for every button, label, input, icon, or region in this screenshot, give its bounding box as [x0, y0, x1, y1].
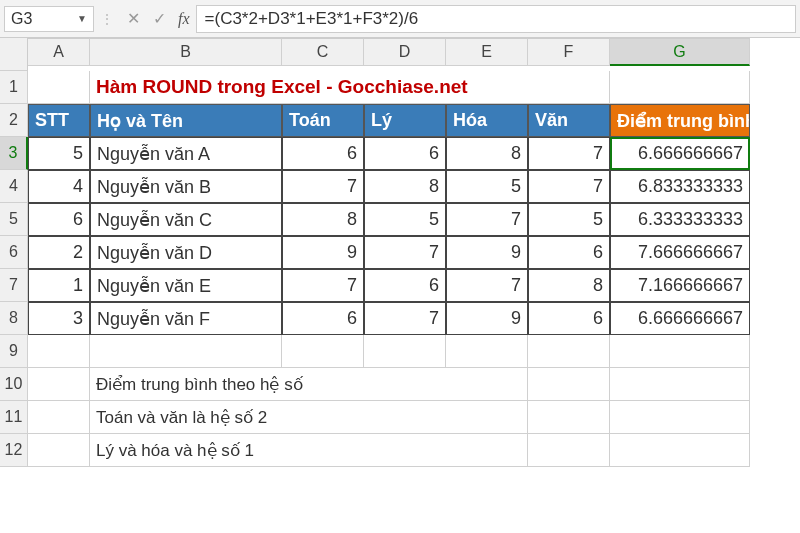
cell-A12[interactable]: [28, 434, 90, 467]
header-toan[interactable]: Toán: [282, 104, 364, 137]
header-stt[interactable]: STT: [28, 104, 90, 137]
cell-C5[interactable]: 8: [282, 203, 364, 236]
cell-G3[interactable]: 6.666666667: [610, 137, 750, 170]
cell-B11-note[interactable]: Toán và văn là hệ số 2: [90, 401, 528, 434]
row-header-6[interactable]: 6: [0, 236, 28, 269]
cell-F12[interactable]: [528, 434, 610, 467]
row-header-7[interactable]: 7: [0, 269, 28, 302]
row-header-8[interactable]: 8: [0, 302, 28, 335]
cell-G11[interactable]: [610, 401, 750, 434]
row-header-2[interactable]: 2: [0, 104, 28, 137]
cell-D6[interactable]: 7: [364, 236, 446, 269]
row-header-4[interactable]: 4: [0, 170, 28, 203]
cell-E3[interactable]: 8: [446, 137, 528, 170]
formula-text: =(C3*2+D3*1+E3*1+F3*2)/6: [205, 9, 419, 29]
cell-G7[interactable]: 7.166666667: [610, 269, 750, 302]
cell-F9[interactable]: [528, 335, 610, 368]
col-header-C[interactable]: C: [282, 38, 364, 66]
cell-A3[interactable]: 5: [28, 137, 90, 170]
cell-F11[interactable]: [528, 401, 610, 434]
header-van[interactable]: Văn: [528, 104, 610, 137]
cell-G4[interactable]: 6.833333333: [610, 170, 750, 203]
cell-C7[interactable]: 7: [282, 269, 364, 302]
cell-B5[interactable]: Nguyễn văn C: [90, 203, 282, 236]
cell-E4[interactable]: 5: [446, 170, 528, 203]
cell-D7[interactable]: 6: [364, 269, 446, 302]
cell-E7[interactable]: 7: [446, 269, 528, 302]
cell-B4[interactable]: Nguyễn văn B: [90, 170, 282, 203]
cell-C9[interactable]: [282, 335, 364, 368]
cell-A4[interactable]: 4: [28, 170, 90, 203]
cell-B10-note[interactable]: Điểm trung bình theo hệ số: [90, 368, 528, 401]
col-header-G[interactable]: G: [610, 38, 750, 66]
cell-D3[interactable]: 6: [364, 137, 446, 170]
col-header-F[interactable]: F: [528, 38, 610, 66]
cell-A1[interactable]: [28, 71, 90, 104]
cell-F3[interactable]: 7: [528, 137, 610, 170]
row-header-1[interactable]: 1: [0, 71, 28, 104]
cell-F6[interactable]: 6: [528, 236, 610, 269]
cell-E9[interactable]: [446, 335, 528, 368]
cell-E8[interactable]: 9: [446, 302, 528, 335]
col-header-E[interactable]: E: [446, 38, 528, 66]
cell-C6[interactable]: 9: [282, 236, 364, 269]
fx-icon[interactable]: fx: [172, 10, 196, 28]
row-header-9[interactable]: 9: [0, 335, 28, 368]
cell-A7[interactable]: 1: [28, 269, 90, 302]
cell-F7[interactable]: 8: [528, 269, 610, 302]
cell-A8[interactable]: 3: [28, 302, 90, 335]
cell-A10[interactable]: [28, 368, 90, 401]
cell-A5[interactable]: 6: [28, 203, 90, 236]
cell-G10[interactable]: [610, 368, 750, 401]
cell-G1[interactable]: [610, 71, 750, 104]
cell-B3[interactable]: Nguyễn văn A: [90, 137, 282, 170]
name-box[interactable]: G3 ▼: [4, 6, 94, 32]
cancel-icon[interactable]: ✕: [120, 9, 146, 28]
cell-B6[interactable]: Nguyễn văn D: [90, 236, 282, 269]
cell-C3[interactable]: 6: [282, 137, 364, 170]
row-header-11[interactable]: 11: [0, 401, 28, 434]
header-name[interactable]: Họ và Tên: [90, 104, 282, 137]
cell-E6[interactable]: 9: [446, 236, 528, 269]
col-header-A[interactable]: A: [28, 38, 90, 66]
cell-D5[interactable]: 5: [364, 203, 446, 236]
cell-A6[interactable]: 2: [28, 236, 90, 269]
cell-G8[interactable]: 6.666666667: [610, 302, 750, 335]
row-header-12[interactable]: 12: [0, 434, 28, 467]
cell-C8[interactable]: 6: [282, 302, 364, 335]
cell-G6[interactable]: 7.666666667: [610, 236, 750, 269]
cell-B9[interactable]: [90, 335, 282, 368]
select-all-corner[interactable]: [0, 38, 28, 71]
col-header-D[interactable]: D: [364, 38, 446, 66]
row-header-3[interactable]: 3: [0, 137, 28, 170]
confirm-icon[interactable]: ✓: [146, 9, 172, 28]
chevron-down-icon[interactable]: ▼: [77, 13, 87, 24]
cell-B7[interactable]: Nguyễn văn E: [90, 269, 282, 302]
cell-D8[interactable]: 7: [364, 302, 446, 335]
cell-F5[interactable]: 5: [528, 203, 610, 236]
formula-bar: G3 ▼ ⋮ ✕ ✓ fx =(C3*2+D3*1+E3*1+F3*2)/6: [0, 0, 800, 38]
cell-G12[interactable]: [610, 434, 750, 467]
cell-C4[interactable]: 7: [282, 170, 364, 203]
cell-A11[interactable]: [28, 401, 90, 434]
cell-G5[interactable]: 6.333333333: [610, 203, 750, 236]
cell-B1-title[interactable]: Hàm ROUND trong Excel - Gocchiase.net: [90, 71, 610, 104]
cell-F4[interactable]: 7: [528, 170, 610, 203]
row-header-10[interactable]: 10: [0, 368, 28, 401]
cell-E5[interactable]: 7: [446, 203, 528, 236]
cell-D9[interactable]: [364, 335, 446, 368]
header-hoa[interactable]: Hóa: [446, 104, 528, 137]
cell-D4[interactable]: 8: [364, 170, 446, 203]
header-avg[interactable]: Điểm trung bình: [610, 104, 750, 137]
cell-G9[interactable]: [610, 335, 750, 368]
col-header-B[interactable]: B: [90, 38, 282, 66]
row-header-5[interactable]: 5: [0, 203, 28, 236]
cell-A9[interactable]: [28, 335, 90, 368]
cell-B12-note[interactable]: Lý và hóa và hệ số 1: [90, 434, 528, 467]
cell-B8[interactable]: Nguyễn văn F: [90, 302, 282, 335]
cell-F10[interactable]: [528, 368, 610, 401]
cell-F8[interactable]: 6: [528, 302, 610, 335]
formula-input[interactable]: =(C3*2+D3*1+E3*1+F3*2)/6: [196, 5, 796, 33]
spreadsheet-grid: A B C D E F G 1 Hàm ROUND trong Excel - …: [0, 38, 800, 467]
header-ly[interactable]: Lý: [364, 104, 446, 137]
